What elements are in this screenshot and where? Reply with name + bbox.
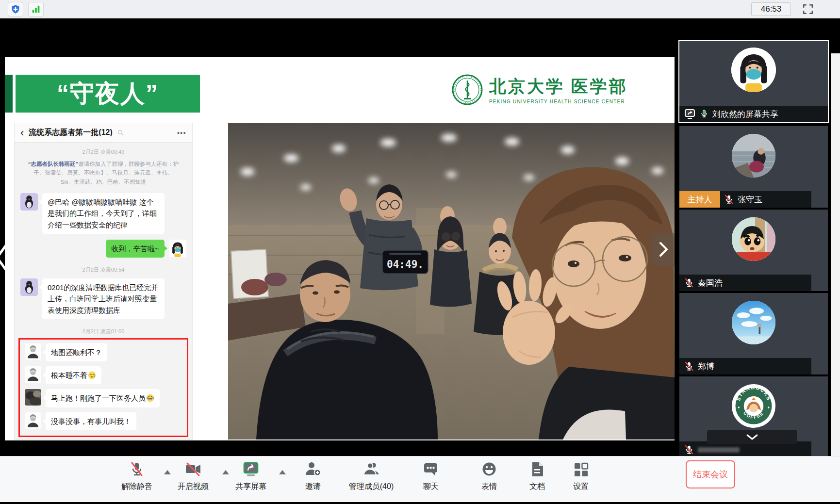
button-label: 聊天 <box>423 482 439 492</box>
avatar: STARBUCKS COFFEE <box>732 384 775 428</box>
emoji-button[interactable]: 表情 <box>481 461 497 492</box>
camera-off-icon <box>184 461 202 478</box>
chat-message-row: 地图还顺利不？ <box>20 341 187 364</box>
next-slide-button[interactable] <box>652 233 675 266</box>
network-signal-button[interactable] <box>28 2 44 16</box>
participant-tile-bottom[interactable]: STARBUCKS COFFEE <box>679 376 828 458</box>
participant-name: 张守玉 <box>738 194 762 205</box>
participant-tile-qinguohao[interactable]: 秦国浩 <box>679 210 828 291</box>
participant-name-bar: 秦国浩 <box>679 275 811 291</box>
mic-muted-icon <box>684 444 694 455</box>
mic-options-caret[interactable] <box>164 470 171 474</box>
chat-bubble: 马上跑！刚跑了一下医务人员 <box>46 389 160 407</box>
collapse-video-list-button[interactable] <box>707 430 797 444</box>
emoji-smiley-icon <box>481 461 497 478</box>
wechat-chat-header: ‹ 流统系志愿者第一批(12) ●●● <box>15 123 192 143</box>
participant-name-bar: 主持人 张守玉 <box>679 191 811 208</box>
button-label: 开启视频 <box>178 482 209 492</box>
avatar <box>25 412 41 429</box>
chat-bubble-icon <box>422 461 440 478</box>
invite-person-icon <box>305 461 321 478</box>
fullscreen-icon <box>802 3 814 15</box>
chat-text: 根本睡不着 <box>51 371 87 379</box>
mic-muted-icon <box>684 361 694 372</box>
chat-message-row: @巴哈 @嗷嗷喵嗷嗷喵哇嗷 这个是我们的工作组，今天到了，详细介绍一些数据安全的… <box>15 190 192 237</box>
chat-timestamp: 2月2日 凌晨00:49 <box>15 148 192 156</box>
mic-muted-icon <box>724 194 734 205</box>
phone-time-text: 04:49. <box>387 259 424 270</box>
participant-tile-liuxinran[interactable]: 刘欣然的屏幕共享 <box>678 40 829 123</box>
end-meeting-button[interactable]: 结束会议 <box>686 460 735 488</box>
avatar <box>20 278 38 296</box>
avatar <box>20 193 38 211</box>
avatar <box>25 343 41 360</box>
system-link-name: “志愿者队长韩雨廷” <box>28 161 79 167</box>
chat-message-row: 收到，辛苦啦~ <box>15 237 192 260</box>
wechat-screenshot-panel: ‹ 流统系志愿者第一批(12) ●●● 2月2日 凌晨00:49 “志愿者队长韩… <box>15 123 192 439</box>
highlight-box: 地图还顺利不？ 根本睡不着 马上跑！刚跑了一下医务人员 没事没事，有事儿叫我！ <box>18 338 188 437</box>
invite-button[interactable]: 邀请 <box>305 461 321 492</box>
video-options-caret[interactable] <box>222 470 229 474</box>
start-video-button[interactable]: 开启视频 <box>178 461 209 492</box>
document-icon <box>529 461 545 478</box>
chat-bubble: 根本睡不着 <box>46 366 101 384</box>
button-label: 管理成员(40) <box>349 482 394 492</box>
prev-slide-button[interactable] <box>0 243 8 273</box>
phone-clock: 04:49. <box>382 250 428 274</box>
members-icon <box>362 461 380 478</box>
top-bar: 46:53 <box>0 0 840 18</box>
banner-accent-bar <box>5 75 13 113</box>
laughing-emoji-icon <box>146 394 154 402</box>
avatar <box>169 240 186 257</box>
unmute-button[interactable]: 解除静音 <box>121 461 152 492</box>
fullscreen-button[interactable] <box>802 3 814 16</box>
meeting-window: 46:53 “守夜人” 北京大学 医学部 PEKING UNIVERSITY H… <box>0 0 840 504</box>
chat-bubble: 地图还顺利不？ <box>46 343 107 361</box>
logo-en-text: PEKING UNIVERSITY HEALTH SCIENCE CENTER <box>489 99 628 104</box>
search-icon <box>117 130 124 136</box>
participant-name: 刘欣然的屏幕共享 <box>712 109 778 120</box>
share-screen-button[interactable]: 共享屏幕 <box>235 461 266 492</box>
manage-members-button[interactable]: 管理成员(40) <box>349 461 394 492</box>
mic-on-icon <box>700 109 708 119</box>
screen-share-content[interactable]: “守夜人” 北京大学 医学部 PEKING UNIVERSITY HEALTH … <box>5 57 675 440</box>
participant-name: 郑博 <box>698 361 714 372</box>
university-seal-icon <box>451 74 483 106</box>
participant-name <box>698 447 740 453</box>
chat-text: 马上跑！刚跑了一下医务人员 <box>51 394 146 402</box>
chat-message-row: 没事没事，有事儿叫我！ <box>20 410 187 433</box>
sleepy-emoji-icon <box>88 371 96 379</box>
group-photo: 04:49. <box>228 123 675 439</box>
participant-name-bar: 郑博 <box>679 358 811 374</box>
chevron-right-icon <box>658 241 669 258</box>
host-badge: 主持人 <box>679 191 720 208</box>
avatar <box>25 389 41 406</box>
button-label: 共享屏幕 <box>235 482 266 492</box>
back-arrow-icon: ‹ <box>20 128 24 138</box>
button-label: 表情 <box>481 482 497 492</box>
chat-bubble: 没事没事，有事儿叫我！ <box>46 412 136 430</box>
settings-grid-icon <box>573 461 589 478</box>
screen-share-icon <box>242 461 260 478</box>
scrollbar[interactable] <box>831 53 840 456</box>
avatar <box>732 301 775 344</box>
screen-share-indicator-icon <box>684 108 696 120</box>
participant-tile-zhengbo[interactable]: 郑博 <box>679 293 828 374</box>
button-label: 设置 <box>573 482 589 492</box>
button-label: 解除静音 <box>121 482 152 492</box>
settings-button[interactable]: 设置 <box>573 461 589 492</box>
chat-button[interactable]: 聊天 <box>422 461 440 492</box>
chat-message-row: 根本睡不着 <box>20 364 187 387</box>
participant-name-bar: 刘欣然的屏幕共享 <box>679 106 828 122</box>
participant-tile-zhangshouyu[interactable]: 主持人 张守玉 <box>679 126 828 208</box>
security-shield-button[interactable] <box>8 2 23 16</box>
mic-muted-icon <box>684 277 694 288</box>
chevron-left-icon <box>0 243 8 273</box>
docs-button[interactable]: 文档 <box>529 461 545 492</box>
more-menu-icon: ●●● <box>177 130 186 135</box>
avatar <box>731 48 776 92</box>
chat-bubble: 收到，辛苦啦~ <box>106 240 165 258</box>
avatar <box>732 217 775 261</box>
participant-name: 秦国浩 <box>698 277 723 289</box>
share-options-caret[interactable] <box>279 470 286 474</box>
